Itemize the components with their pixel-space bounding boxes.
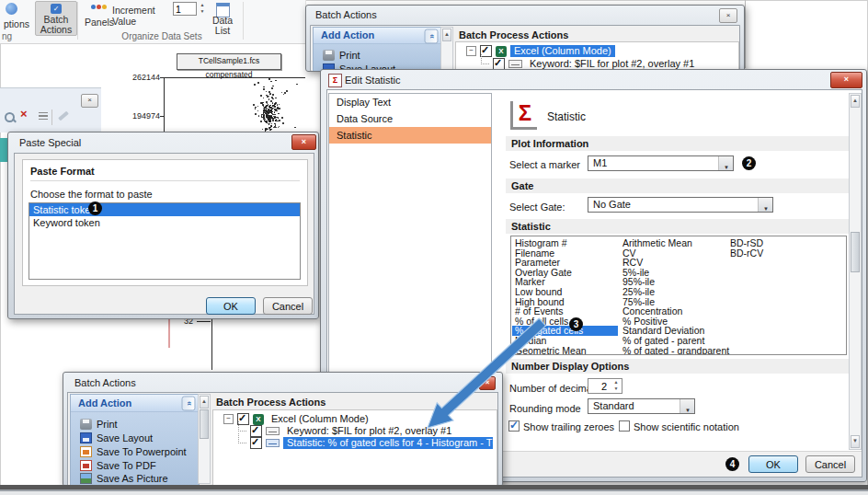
pdf-icon	[80, 460, 92, 471]
batch-actions-icon: ✓	[51, 4, 62, 14]
gate-marker-line	[168, 317, 170, 348]
panels-button[interactable]: Panels	[85, 17, 114, 28]
paste-format-option[interactable]: Keyword token	[29, 216, 300, 229]
window-title: Batch Actions	[74, 377, 136, 388]
keyword-icon	[266, 427, 280, 435]
plot-information-header: Plot Information	[506, 136, 850, 151]
statistic-option[interactable]: BD-rSD	[727, 238, 763, 248]
gate-combo[interactable]: No Gate	[588, 197, 773, 213]
edit-pen-icon[interactable]	[58, 111, 69, 121]
background-window-fragment: × ×	[0, 87, 101, 132]
close-icon[interactable]: ×	[291, 134, 316, 150]
statistic-option[interactable]: BD-rCV	[727, 248, 763, 259]
statistic-option[interactable]: % of gated - parent	[620, 336, 729, 346]
divider	[30, 180, 300, 181]
delete-icon[interactable]: ×	[20, 107, 28, 121]
add-action-save-to-powerpoint[interactable]: Save To Powerpoint	[80, 445, 187, 457]
ok-button[interactable]: OK	[748, 455, 798, 473]
ribbon-separator	[243, 2, 244, 40]
y-axis-tick-label: 194974	[127, 111, 160, 121]
nav-item[interactable]: Statistic	[329, 127, 491, 144]
paste-format-header: Paste Format	[30, 166, 95, 177]
statistic-option[interactable]: Histogram #	[512, 238, 618, 248]
add-action-print[interactable]: Print	[323, 49, 360, 61]
paste-format-option[interactable]: Statistic token	[29, 203, 300, 216]
collapse-chevron-icon[interactable]: «	[182, 397, 196, 411]
statistic-header: Statistic	[506, 219, 850, 234]
checkbox[interactable]	[250, 437, 262, 449]
show-scientific-notation-label: Show scientific notation	[634, 421, 739, 432]
tick-mark	[197, 321, 211, 322]
increment-value-input[interactable]: 1	[173, 2, 197, 16]
print-icon	[323, 50, 335, 61]
add-action-save-as-picture[interactable]: Save As Picture	[80, 472, 168, 484]
options-button[interactable]: ptions	[0, 18, 33, 29]
search-icon[interactable]	[5, 112, 15, 122]
tree-expander-icon[interactable]: −	[466, 46, 476, 56]
scrollbar[interactable]: ▲ ▼	[849, 93, 862, 450]
toolbar-divider	[51, 109, 52, 125]
statistic-option[interactable]: 25%-ile	[620, 287, 729, 297]
scrollbar[interactable]: ▲	[198, 394, 211, 484]
ribbon-toolbar: ptions ✓ Batch Actions Panels Increment …	[0, 0, 306, 44]
ribbon-group-label-organize: Organize Data Sets	[83, 31, 241, 41]
add-action-header: Add Action	[78, 397, 131, 409]
statistic-option[interactable]: Low bound	[512, 287, 618, 297]
increment-value-stepper[interactable]: ▲▼	[198, 2, 207, 16]
tree-connector	[238, 433, 246, 443]
background-window-edge	[745, 0, 746, 68]
increment-value-label: Increment Value	[112, 5, 173, 27]
statistic-icon	[266, 439, 280, 447]
marker-combo[interactable]: M1	[588, 155, 734, 171]
annotation-arrow	[405, 313, 561, 442]
batch-actions-button[interactable]: ✓ Batch Actions	[35, 1, 77, 36]
paste-format-list[interactable]: Statistic tokenKeyword token	[29, 202, 301, 280]
close-icon[interactable]: ×	[81, 94, 98, 108]
add-action-save-to-pdf[interactable]: Save To PDF	[80, 459, 156, 471]
dialog-title: Edit Statistic	[345, 75, 401, 86]
callout-badge-2: 2	[742, 156, 756, 170]
list-options-icon[interactable]	[39, 112, 48, 121]
select-gate-label: Select Gate:	[509, 201, 565, 213]
tree-item-excel[interactable]: Excel (Column Mode)	[268, 413, 372, 425]
background-accent-strip	[0, 138, 7, 162]
close-icon[interactable]: ×	[719, 8, 737, 23]
panel-title: Statistic	[547, 110, 586, 123]
picture-icon	[80, 473, 92, 484]
tree-expander-icon[interactable]: −	[223, 414, 234, 424]
collapse-chevron-icon[interactable]: «	[425, 29, 439, 44]
tree-connector	[238, 421, 246, 432]
cancel-button[interactable]: Cancel	[263, 297, 313, 315]
callout-badge-1: 1	[88, 201, 102, 215]
paste-prompt: Choose the format to paste	[30, 189, 153, 200]
batch-actions-label: Batch Actions	[36, 15, 76, 35]
tree-connector	[481, 54, 489, 64]
gate-header: Gate	[506, 178, 850, 193]
ribbon-group-label-left: ng	[2, 31, 12, 41]
show-scientific-notation-checkbox[interactable]	[619, 420, 630, 432]
nav-item[interactable]: Data Source	[329, 110, 491, 127]
add-action-save-layout[interactable]: Save Layout	[80, 432, 153, 443]
add-action-header: Add Action	[321, 29, 374, 40]
scrollbar[interactable]: ▲	[440, 27, 453, 70]
tree-item-excel[interactable]: Excel (Column Mode)	[510, 45, 615, 57]
ok-button[interactable]: OK	[206, 297, 256, 315]
nav-item[interactable]: Display Text	[329, 94, 491, 110]
statistic-option[interactable]: % of gated - grandparent	[620, 346, 729, 355]
excel-icon: X	[253, 414, 264, 425]
paste-special-dialog: Paste Special × Paste Format Choose the …	[7, 132, 319, 319]
rounding-mode-combo[interactable]: Standard	[588, 398, 695, 414]
statistic-sigma-icon: Σ	[510, 101, 537, 130]
dialog-title: Paste Special	[19, 137, 81, 148]
cancel-button[interactable]: Cancel	[805, 455, 855, 473]
batch-process-actions-header: Batch Process Actions	[459, 29, 568, 40]
scatter-points	[164, 78, 305, 132]
statistic-column-2: Arithmetic MeanCVRCV5%-ile95%-ile25%-ile…	[620, 238, 729, 355]
statistic-option[interactable]: Arithmetic Mean	[620, 238, 729, 248]
decimals-stepper[interactable]: ▲▼	[611, 379, 622, 393]
dialog-icon: Σ	[328, 74, 342, 87]
add-action-print[interactable]: Print	[80, 418, 118, 430]
window-title: Batch Actions	[315, 9, 377, 20]
close-icon[interactable]: ×	[830, 72, 862, 88]
keyword-icon	[508, 60, 522, 68]
